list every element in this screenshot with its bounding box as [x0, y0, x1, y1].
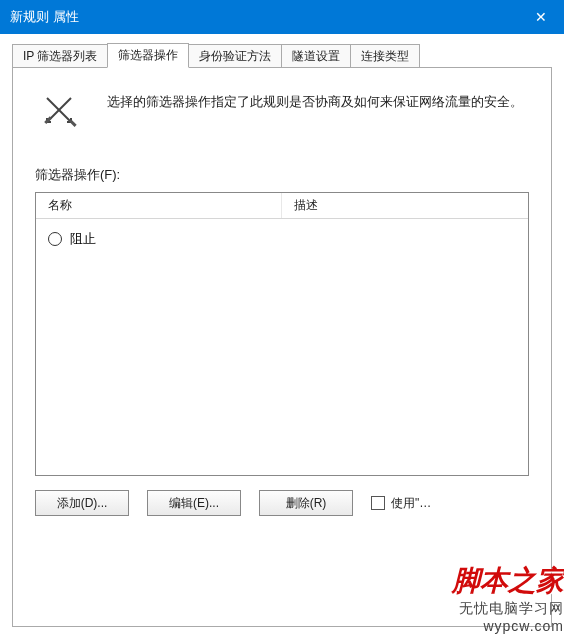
- checkbox-icon: [371, 496, 385, 510]
- crossed-swords-icon: [35, 90, 87, 132]
- button-row: 添加(D)... 编辑(E)... 删除(R) 使用"…: [35, 490, 529, 516]
- listview-header: 名称 描述: [36, 193, 528, 219]
- close-icon: ✕: [535, 9, 547, 25]
- add-button[interactable]: 添加(D)...: [35, 490, 129, 516]
- checkbox-label: 使用"…: [391, 495, 431, 512]
- tab-auth-method[interactable]: 身份验证方法: [188, 44, 282, 68]
- info-text: 选择的筛选器操作指定了此规则是否协商及如何来保证网络流量的安全。: [107, 90, 529, 132]
- edit-button[interactable]: 编辑(E)...: [147, 490, 241, 516]
- column-header-name[interactable]: 名称: [36, 193, 282, 218]
- column-header-desc[interactable]: 描述: [282, 193, 528, 218]
- use-wizard-checkbox[interactable]: 使用"…: [371, 495, 529, 512]
- tab-filter-action[interactable]: 筛选器操作: [107, 43, 189, 68]
- listview-body: 阻止: [36, 219, 528, 259]
- radio-icon[interactable]: [48, 232, 62, 246]
- info-row: 选择的筛选器操作指定了此规则是否协商及如何来保证网络流量的安全。: [35, 90, 529, 132]
- remove-button[interactable]: 删除(R): [259, 490, 353, 516]
- close-button[interactable]: ✕: [518, 0, 564, 34]
- tab-tunnel-settings[interactable]: 隧道设置: [281, 44, 351, 68]
- titlebar: 新规则 属性 ✕: [0, 0, 564, 34]
- tab-ip-filter-list[interactable]: IP 筛选器列表: [12, 44, 108, 68]
- client-area: IP 筛选器列表 筛选器操作 身份验证方法 隧道设置 连接类型 选择的筛选器操作…: [0, 34, 564, 634]
- svg-rect-2: [69, 119, 77, 127]
- list-item[interactable]: 阻止: [36, 227, 528, 251]
- tab-connection-type[interactable]: 连接类型: [350, 44, 420, 68]
- window-title: 新规则 属性: [10, 8, 518, 26]
- section-label-filter-action: 筛选器操作(F):: [35, 166, 529, 184]
- list-item-name: 阻止: [70, 230, 96, 248]
- tab-panel-filter-action: 选择的筛选器操作指定了此规则是否协商及如何来保证网络流量的安全。 筛选器操作(F…: [12, 67, 552, 627]
- filter-action-listview[interactable]: 名称 描述 阻止: [35, 192, 529, 476]
- tab-strip: IP 筛选器列表 筛选器操作 身份验证方法 隧道设置 连接类型: [12, 44, 552, 68]
